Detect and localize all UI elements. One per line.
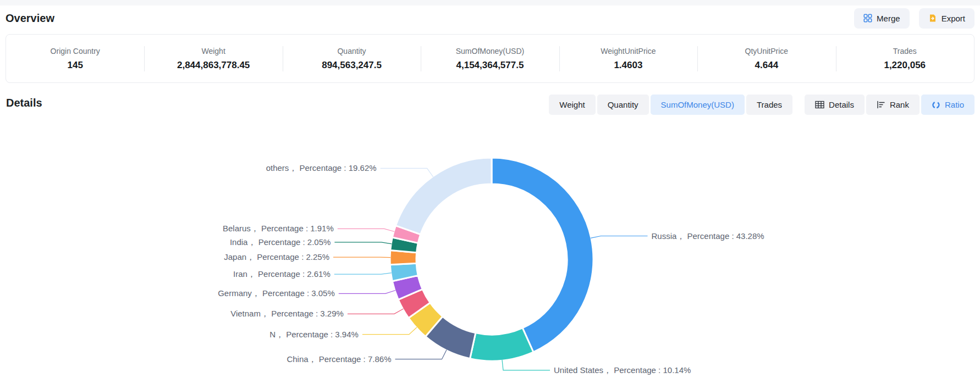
tab-label: Weight [559,100,585,109]
tab-details[interactable]: Details [805,94,865,115]
export-button[interactable]: Export [919,8,975,29]
slice-label-united-states: United States， Percentage : 10.14% [554,365,691,375]
tab-trades[interactable]: Trades [746,94,792,115]
tab-sumofmoney-usd[interactable]: SumOfMoney(USD) [651,94,745,115]
overview-stats-card: Origin Country145Weight2,844,863,778.45Q… [5,34,975,83]
stat-value: 4.644 [697,60,835,71]
details-title: Details [6,97,42,109]
slice-label-iran: Iran， Percentage : 2.61% [233,269,331,279]
stat-label: SumOfMoney(USD) [421,47,559,55]
slice-russia[interactable] [492,158,593,352]
stat-value: 894,563,247.5 [283,60,421,71]
slice-label-belarus: Belarus， Percentage : 1.91% [223,224,334,233]
slice-label-others: others， Percentage : 19.62% [266,163,377,173]
slice-label-vietnam: Vietnam， Percentage : 3.29% [230,309,344,318]
stat-label: Origin Country [6,47,144,55]
details-toolbar: WeightQuantitySumOfMoney(USD)Trades Deta… [549,94,975,115]
slice-label-china: China， Percentage : 7.86% [287,354,391,364]
slice-united-states[interactable] [470,328,533,361]
slice-label-n: N， Percentage : 3.94% [269,330,359,339]
page-title: Overview [5,12,54,25]
leader-line-iran [334,273,392,275]
metric-tab-group: WeightQuantitySumOfMoney(USD)Trades [549,94,792,115]
merge-button[interactable]: Merge [854,8,910,29]
stat-label: WeightUnitPrice [559,47,697,55]
slice-label-india: India， Percentage : 2.05% [230,237,331,247]
stat-sumofmoney-usd: SumOfMoney(USD)4,154,364,577.5 [421,47,559,71]
tab-label: Quantity [608,100,638,109]
page-top-strip [0,0,980,5]
stat-label: Quantity [283,47,421,55]
leader-line-china [395,350,447,359]
ratio-icon [932,101,940,109]
tab-label: Trades [757,100,782,109]
slice-label-japan: Japan， Percentage : 2.25% [224,252,329,262]
export-icon [928,14,937,23]
stat-value: 2,844,863,778.45 [144,60,282,71]
export-button-label: Export [942,14,965,23]
stat-value: 145 [6,60,144,71]
stat-qtyunitprice: QtyUnitPrice4.644 [697,47,835,71]
stat-value: 4,154,364,577.5 [421,60,559,71]
page-root: Overview Merge [0,0,980,378]
slice-label-russia: Russia， Percentage : 43.28% [652,231,764,241]
header-row: Overview Merge [5,5,975,31]
tab-weight[interactable]: Weight [549,94,595,115]
stat-label: QtyUnitPrice [697,47,835,55]
stat-value: 1.4603 [559,60,697,71]
stat-label: Weight [144,47,282,55]
stat-label: Trades [836,47,974,55]
slice-others[interactable] [395,158,492,235]
leader-line-russia [591,236,648,238]
view-tab-group: DetailsRankRatio [805,94,975,115]
stat-weight: Weight2,844,863,778.45 [144,47,282,71]
tab-rank[interactable]: Rank [866,94,920,115]
slice-label-germany: Germany， Percentage : 3.05% [218,288,335,298]
tab-label: Rank [890,100,909,109]
stat-value: 1,220,056 [836,60,974,71]
leader-line-united-states [502,360,550,370]
stat-weightunitprice: WeightUnitPrice1.4603 [559,47,697,71]
leader-line-belarus [338,229,394,231]
stat-quantity: Quantity894,563,247.5 [283,47,421,71]
merge-icon [863,14,872,23]
leader-line-india [334,242,392,244]
stat-trades: Trades1,220,056 [836,47,974,71]
leader-line-others [381,168,433,177]
leader-line-germany [339,291,395,294]
leader-line-vietnam [348,309,404,314]
header-actions: Merge Export [854,8,975,29]
merge-button-label: Merge [877,14,900,23]
tab-quantity[interactable]: Quantity [597,94,649,115]
table-icon [815,101,824,109]
tab-ratio[interactable]: Ratio [921,94,975,115]
tab-label: SumOfMoney(USD) [661,100,734,109]
leader-line-n [362,327,417,335]
tab-label: Details [829,100,854,109]
rank-icon [877,101,885,109]
tab-label: Ratio [945,100,964,109]
stat-origin-country: Origin Country145 [6,47,144,71]
